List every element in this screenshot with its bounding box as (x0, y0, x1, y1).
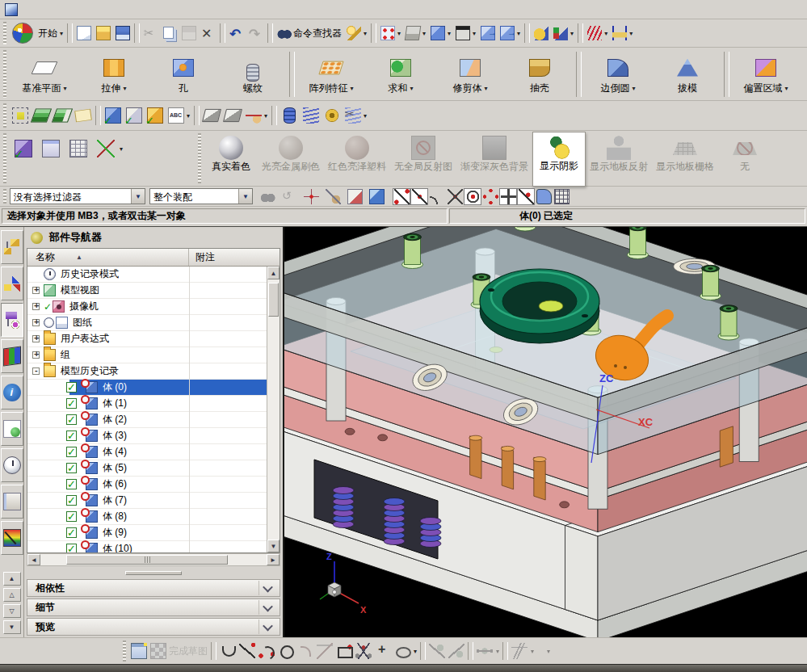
point-on-face-snap[interactable] (535, 188, 553, 205)
select-chain[interactable] (322, 185, 344, 208)
edge-blend[interactable]: 边倒圆▾ (583, 50, 653, 99)
show-floor-reflection[interactable]: 显示地板反射 (586, 133, 652, 185)
add-component[interactable]: ▾ (103, 104, 124, 127)
product-annotation[interactable]: ▾ (166, 104, 192, 127)
tree-checkbox[interactable] (66, 463, 77, 473)
menu-item[interactable] (124, 7, 137, 12)
column-header-note[interactable]: 附注 (189, 249, 280, 266)
assembly-constraints[interactable]: ▾ (585, 22, 610, 44)
collapsed-panel-bar[interactable]: 预览 (27, 618, 280, 636)
show-floor-grid[interactable]: 显示地板栅格 (652, 133, 718, 185)
tree-checkbox[interactable] (66, 414, 77, 425)
annotation-note[interactable]: ▾ (73, 104, 94, 127)
tree-row[interactable]: ✓ 体 (9) (27, 525, 267, 541)
find-component[interactable] (257, 185, 279, 208)
quick-extend[interactable]: ▾ (447, 640, 466, 662)
washer-feature[interactable]: ▾ (322, 104, 343, 127)
hole[interactable]: 孔▾ (149, 50, 218, 99)
position-component[interactable]: ▾ (124, 104, 145, 127)
vertical-scrollbar[interactable]: ▲ ▼ (267, 267, 280, 552)
delete[interactable]: ▾ (199, 22, 218, 44)
none-option[interactable]: 无 (718, 133, 771, 185)
toolbar-button[interactable]: ▾ (578, 23, 583, 43)
section-curve[interactable]: ▾ (222, 104, 243, 127)
visual-effects[interactable]: ▾ (532, 22, 551, 44)
command-finder[interactable]: 命令查找器 ▾ (275, 22, 344, 44)
history[interactable] (1, 448, 23, 482)
display-mode[interactable]: ▾ (403, 22, 428, 44)
paste[interactable]: ▾ (179, 22, 199, 44)
menu-item[interactable] (60, 7, 73, 12)
sketch-tool-button[interactable]: ▾ (420, 642, 426, 660)
layer-settings[interactable]: ▾ (31, 104, 52, 127)
chevron-down-icon[interactable] (258, 600, 276, 615)
chevron-down-icon[interactable] (258, 581, 276, 595)
studio-spline[interactable]: ▾ (354, 640, 373, 662)
pane-up-button[interactable]: △ (3, 588, 21, 602)
tree-row[interactable]: ✓ 体 (7) (27, 493, 267, 509)
select-menu[interactable] (279, 185, 301, 208)
select-boundary[interactable]: ▾ (10, 104, 31, 127)
arc[interactable]: ▾ (257, 640, 276, 662)
scrollbar-thumb[interactable] (268, 283, 279, 317)
menu-item[interactable] (150, 7, 163, 12)
reuse-library[interactable] (1, 339, 23, 373)
tree-expander[interactable] (32, 319, 40, 326)
tree-checkbox[interactable] (66, 447, 77, 457)
menu-item[interactable] (21, 7, 34, 12)
shell[interactable]: 抽壳▾ (505, 50, 574, 99)
line[interactable]: ▾ (237, 640, 257, 662)
thread[interactable]: 螺纹▾ (218, 50, 288, 99)
tree-row[interactable]: ✓ 体 (5) (27, 460, 267, 477)
red-glossy-plastic[interactable]: 红色亮泽塑料 (324, 133, 390, 185)
toolbar-grip[interactable] (198, 133, 201, 183)
constraint-navigator[interactable] (1, 267, 23, 300)
extrude[interactable]: 拉伸▾ (79, 50, 149, 99)
coil-feature[interactable]: ▾ (279, 104, 301, 127)
ellipse[interactable]: ▾ (393, 640, 418, 662)
new-file[interactable]: ▾ (74, 22, 94, 44)
point-on-curve-snap[interactable] (517, 188, 535, 205)
quick-trim[interactable]: ▾ (427, 640, 447, 662)
gradient-gray-background[interactable]: 渐变深灰色背景 (456, 133, 532, 185)
scroll-up-icon[interactable]: ▲ (267, 267, 280, 279)
orient-view[interactable]: ▾ (428, 22, 453, 44)
part-table[interactable]: ▾ (65, 137, 92, 160)
pane-down-button[interactable]: ▽ (3, 604, 21, 618)
circle[interactable]: ▾ (276, 640, 296, 662)
verify-constraints[interactable]: ▾ (10, 137, 37, 160)
fillet[interactable]: ▾ (296, 640, 315, 662)
geometric-constraints[interactable]: ▾ (510, 640, 536, 662)
part-navigator[interactable] (1, 303, 23, 337)
sketch-tool-button[interactable]: ▾ (502, 642, 508, 660)
selection-scope-dropdown[interactable]: 整个装配 ▼ (149, 188, 253, 204)
section-view[interactable]: ▾ (201, 104, 222, 127)
pane-top-button[interactable]: ▲ (3, 572, 21, 586)
feature-button[interactable]: ▾ (724, 52, 729, 97)
tangent-snap[interactable] (428, 188, 446, 205)
graphics-viewport[interactable]: ZC XC Z X (284, 227, 807, 637)
tree-expander[interactable] (32, 351, 40, 359)
tree-checkbox[interactable] (66, 382, 77, 393)
chevron-down-icon[interactable] (258, 620, 276, 634)
tree-checkbox[interactable] (66, 495, 77, 506)
tree-row[interactable]: ✓ 模型历史记录 (27, 363, 267, 380)
rectangle[interactable]: ▾ (334, 640, 354, 662)
datum-display[interactable]: ▾ (92, 137, 125, 160)
toolbar-button[interactable]: ▾ (524, 23, 530, 43)
midpoint-snap[interactable] (410, 188, 428, 205)
new-window[interactable]: ▾ (478, 22, 498, 44)
spring-feature[interactable]: ▾ (301, 104, 322, 127)
tree-expander[interactable] (32, 303, 40, 310)
redo[interactable]: ▾ (246, 22, 266, 44)
toolbar-grip[interactable] (3, 103, 6, 128)
assembly-navigator[interactable] (1, 230, 23, 264)
toolbar-button[interactable]: ▾ (220, 23, 225, 43)
toolbar-button[interactable]: ▾ (95, 106, 101, 125)
brushed-metal[interactable]: 光亮金属刷色 (258, 133, 324, 185)
sketch-tool-button[interactable]: ▾ (468, 642, 473, 660)
start-button[interactable]: 开始 ▾ (36, 22, 65, 44)
selection-filter-dropdown[interactable]: 没有选择过滤器 ▼ (10, 188, 145, 204)
open-file[interactable]: ▾ (94, 22, 113, 44)
tree-row[interactable]: ✓ 体 (4) (27, 444, 267, 460)
